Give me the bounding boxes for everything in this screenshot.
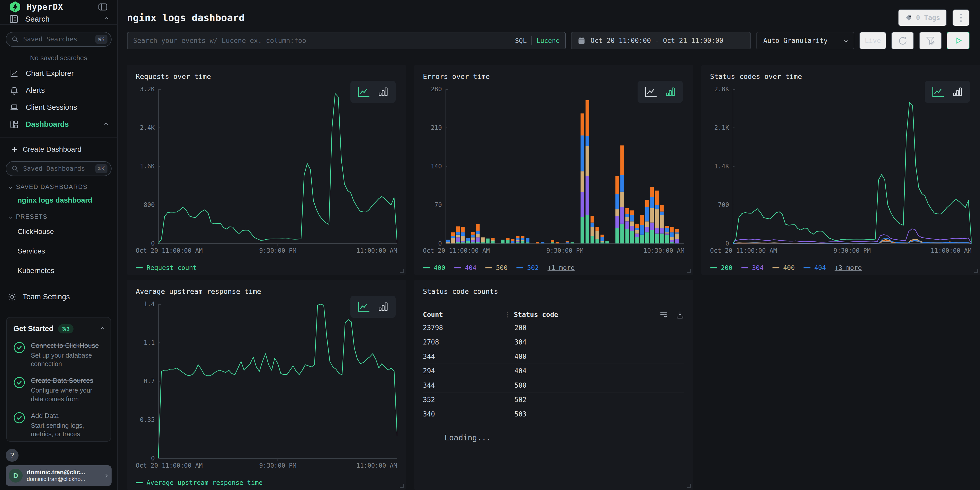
date-range-picker[interactable]: Oct 20 11:00:00 - Oct 21 11:00:00 bbox=[571, 32, 751, 49]
table-row[interactable]: 340503 bbox=[423, 407, 684, 422]
bar-segment-503[interactable] bbox=[660, 205, 664, 212]
bar-segment-503[interactable] bbox=[556, 242, 559, 243]
bar-segment-400[interactable] bbox=[620, 224, 624, 243]
legend-more-link[interactable]: +3 more bbox=[835, 264, 862, 272]
bar-segment-502[interactable] bbox=[471, 235, 475, 237]
line-chart[interactable] bbox=[158, 89, 397, 247]
bar-segment-400[interactable] bbox=[461, 242, 465, 243]
sidebar-link-kubernetes[interactable]: Kubernetes bbox=[6, 267, 111, 275]
run-query-button[interactable] bbox=[947, 32, 969, 49]
get-started-item[interactable]: Create Data Sources Configure where your… bbox=[13, 377, 104, 404]
column-header-count[interactable]: Count bbox=[423, 311, 504, 318]
bar-segment-500[interactable] bbox=[446, 242, 450, 243]
bar-segment-404[interactable] bbox=[650, 223, 654, 230]
bar-segment-503[interactable] bbox=[625, 208, 629, 214]
bar-segment-502[interactable] bbox=[581, 135, 584, 171]
bar-segment-502[interactable] bbox=[451, 236, 455, 238]
bar-segment-503[interactable] bbox=[655, 191, 659, 205]
bar-segment-400[interactable] bbox=[660, 234, 664, 243]
bar-segment-500[interactable] bbox=[590, 227, 594, 236]
bar-segment-502[interactable] bbox=[675, 232, 679, 234]
bar-segment-503[interactable] bbox=[675, 229, 679, 232]
sidebar-item-team-settings[interactable]: Team Settings bbox=[6, 288, 111, 306]
legend-item[interactable]: 500 bbox=[485, 264, 508, 272]
bar-segment-502[interactable] bbox=[601, 237, 604, 241]
line-chart[interactable] bbox=[733, 89, 972, 247]
bar-segment-502[interactable] bbox=[516, 238, 520, 240]
legend-item[interactable]: 200 bbox=[710, 264, 732, 272]
legend-item[interactable]: 400 bbox=[423, 264, 445, 272]
bar-segment-400[interactable] bbox=[526, 242, 529, 243]
presets-section[interactable]: PRESETS bbox=[6, 213, 111, 220]
legend-item[interactable]: 400 bbox=[772, 264, 795, 272]
bar-segment-400[interactable] bbox=[635, 237, 639, 243]
bar-segment-503[interactable] bbox=[511, 239, 514, 242]
bar-segment-503[interactable] bbox=[590, 216, 594, 223]
bar-segment-500[interactable] bbox=[461, 236, 465, 241]
bar-segment-503[interactable] bbox=[491, 238, 495, 240]
refresh-button[interactable] bbox=[891, 32, 914, 49]
bar-segment-503[interactable] bbox=[516, 236, 520, 238]
tile-resize-handle[interactable] bbox=[400, 484, 404, 488]
bar-segment-404[interactable] bbox=[630, 226, 634, 231]
bar-segment-400[interactable] bbox=[581, 217, 584, 243]
bar-segment-503[interactable] bbox=[471, 232, 475, 235]
bar-segment-400[interactable] bbox=[670, 242, 674, 243]
line-view-icon[interactable] bbox=[357, 86, 370, 97]
bar-segment-500[interactable] bbox=[645, 221, 649, 227]
bar-segment-404[interactable] bbox=[471, 240, 475, 242]
bar-segment-503[interactable] bbox=[476, 224, 480, 231]
table-row[interactable]: 352502 bbox=[423, 393, 684, 407]
dashboard-menu-button[interactable] bbox=[953, 9, 969, 26]
sidebar-link-clickhouse[interactable]: ClickHouse bbox=[6, 228, 111, 236]
bar-segment-503[interactable] bbox=[521, 236, 525, 238]
bar-segment-503[interactable] bbox=[566, 241, 569, 242]
bar-segment-500[interactable] bbox=[456, 235, 460, 237]
bar-segment-400[interactable] bbox=[665, 235, 669, 243]
bar-segment-404[interactable] bbox=[461, 241, 465, 242]
bar-segment-502[interactable] bbox=[491, 240, 495, 240]
bar-view-icon[interactable] bbox=[378, 301, 389, 312]
bar-segment-502[interactable] bbox=[660, 212, 664, 215]
bar-segment-502[interactable] bbox=[645, 207, 649, 222]
sidebar-item-alerts[interactable]: Alerts bbox=[6, 82, 111, 99]
bar-segment-500[interactable] bbox=[481, 237, 485, 242]
bar-segment-500[interactable] bbox=[670, 237, 674, 240]
bar-segment-502[interactable] bbox=[541, 242, 544, 243]
bar-segment-404[interactable] bbox=[585, 177, 589, 215]
legend-item[interactable]: 502 bbox=[516, 264, 539, 272]
line-view-icon[interactable] bbox=[644, 86, 657, 97]
bar-segment-502[interactable] bbox=[521, 238, 525, 240]
chart-type-toggle[interactable] bbox=[638, 81, 683, 103]
bar-view-icon[interactable] bbox=[952, 86, 963, 97]
saved-dashboards-field[interactable] bbox=[23, 165, 91, 172]
bar-segment-503[interactable] bbox=[650, 187, 654, 197]
bar-segment-400[interactable] bbox=[491, 241, 495, 243]
bar-segment-500[interactable] bbox=[595, 231, 599, 239]
bar-segment-503[interactable] bbox=[670, 227, 674, 232]
download-icon[interactable] bbox=[676, 310, 684, 319]
chevron-up-icon[interactable] bbox=[105, 17, 108, 21]
bar-segment-400[interactable] bbox=[506, 240, 509, 243]
sidebar-link-nginx-dashboard[interactable]: nginx logs dashboard bbox=[6, 196, 111, 204]
bar-segment-502[interactable] bbox=[625, 214, 629, 217]
bar-segment-400[interactable] bbox=[521, 241, 525, 243]
bar-segment-502[interactable] bbox=[585, 136, 589, 146]
bar-segment-502[interactable] bbox=[456, 232, 460, 235]
bar-segment-502[interactable] bbox=[665, 228, 669, 232]
bar-segment-500[interactable] bbox=[650, 208, 654, 223]
bar-segment-500[interactable] bbox=[660, 215, 664, 228]
bar-segment-400[interactable] bbox=[616, 228, 619, 243]
chevron-up-icon[interactable] bbox=[101, 327, 104, 330]
event-search-input[interactable] bbox=[133, 37, 511, 45]
bar-segment-502[interactable] bbox=[630, 215, 634, 222]
tags-button[interactable]: 0 Tags bbox=[898, 9, 947, 26]
sidebar-item-search[interactable]: Search bbox=[0, 14, 117, 25]
bar-segment-503[interactable] bbox=[640, 215, 644, 225]
bar-segment-500[interactable] bbox=[675, 234, 679, 239]
bar-segment-500[interactable] bbox=[585, 146, 589, 177]
bar-segment-502[interactable] bbox=[655, 205, 659, 209]
table-row[interactable]: 294404 bbox=[423, 364, 684, 378]
bar-segment-503[interactable] bbox=[601, 235, 604, 237]
bar-segment-400[interactable] bbox=[640, 235, 644, 243]
